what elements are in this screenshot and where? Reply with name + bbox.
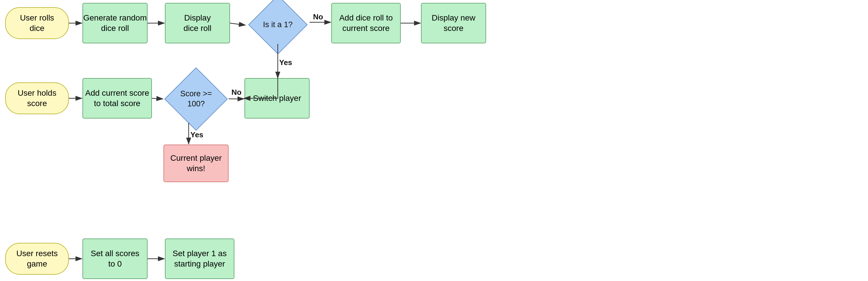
yes-label-row1: Yes bbox=[279, 58, 292, 67]
no-label-row1: No bbox=[313, 12, 323, 21]
switch-player-node: Switch player bbox=[245, 78, 310, 118]
flowchart: User rolls dice Generate random dice rol… bbox=[0, 0, 868, 281]
no-label-row2: No bbox=[231, 88, 242, 97]
is-it-1-label: Is it a 1? bbox=[263, 20, 292, 30]
set-player1-starting-node: Set player 1 as starting player bbox=[165, 239, 235, 279]
generate-random-node: Generate random dice roll bbox=[83, 3, 148, 43]
user-resets-game-node: User resets game bbox=[5, 243, 69, 275]
is-it-1-diamond-wrap: Is it a 1? bbox=[246, 1, 310, 48]
score-gte-100-diamond-wrap: Score >= 100? bbox=[163, 75, 228, 123]
score-gte-100-label: Score >= 100? bbox=[174, 89, 218, 109]
display-dice-roll-node: Display dice roll bbox=[165, 3, 230, 43]
current-player-wins-node: Current player wins! bbox=[163, 145, 228, 182]
add-dice-to-current-node: Add dice roll to current score bbox=[331, 3, 401, 43]
svg-line-3 bbox=[230, 23, 245, 25]
add-current-to-total-node: Add current score to total score bbox=[83, 78, 152, 118]
display-new-score-node: Display new score bbox=[421, 3, 486, 43]
set-all-scores-0-node: Set all scores to 0 bbox=[83, 239, 148, 279]
svg-line-8 bbox=[152, 98, 163, 99]
user-rolls-dice-node: User rolls dice bbox=[5, 7, 69, 39]
user-holds-score-node: User holds score bbox=[5, 82, 69, 114]
yes-label-row2: Yes bbox=[190, 130, 204, 139]
